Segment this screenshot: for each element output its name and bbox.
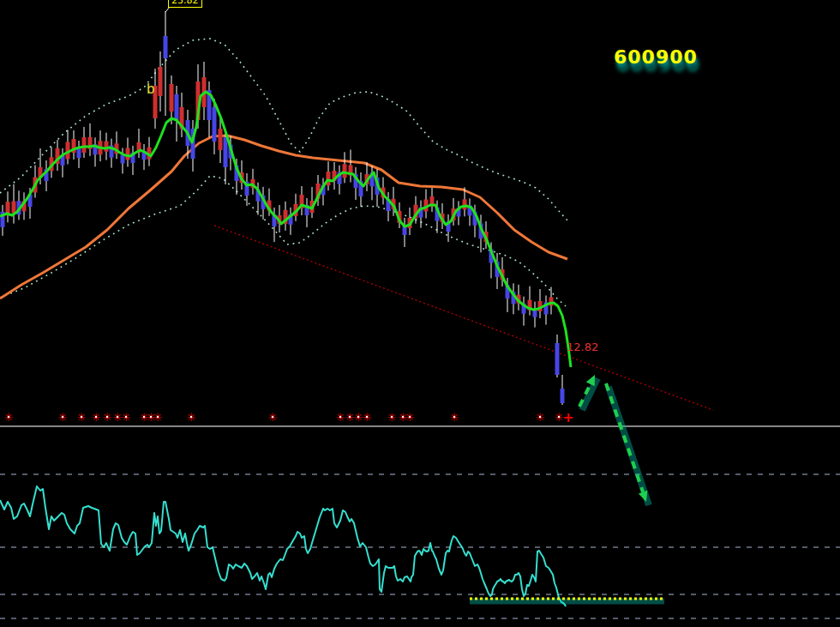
candle-up — [219, 129, 223, 150]
star-center-dot — [539, 416, 541, 418]
star-center-dot — [272, 416, 273, 418]
trendline-price-label: 12.82 — [567, 341, 598, 353]
star-center-dot — [453, 416, 455, 418]
candle-down — [224, 137, 228, 167]
candle-down — [164, 36, 168, 58]
oscillator-line — [0, 486, 566, 606]
star-center-dot — [117, 416, 118, 418]
plus-signal-icon: + — [562, 409, 573, 425]
signal-b-marker: b — [147, 81, 155, 97]
candle-up — [12, 202, 16, 214]
chart-canvas[interactable]: ✳✳✳✳✳✳✳✳✳✳✳✳✳✳✳✳✳✳✳✳✳✳+ — [0, 0, 840, 627]
band-dotted-line — [0, 39, 567, 220]
candle-down — [561, 389, 565, 403]
star-center-dot — [349, 416, 351, 418]
candle-up — [159, 67, 163, 96]
candle-up — [463, 199, 467, 209]
star-center-dot — [339, 416, 341, 418]
star-center-dot — [366, 416, 368, 418]
star-center-dot — [81, 416, 82, 418]
star-center-dot — [357, 416, 359, 418]
star-center-dot — [402, 416, 404, 418]
candle-down — [213, 107, 217, 142]
candle-up — [126, 148, 130, 160]
star-center-dot — [106, 416, 108, 418]
candles — [1, 11, 565, 405]
peak-price-flag: 23.82 — [168, 0, 202, 8]
star-center-dot — [125, 416, 127, 418]
star-center-dot — [409, 416, 411, 418]
star-center-dot — [558, 416, 560, 418]
star-center-dot — [8, 416, 9, 418]
star-center-dot — [62, 416, 63, 418]
candle-down — [175, 94, 179, 120]
star-center-dot — [143, 416, 145, 418]
symbol-code-label: 600900 — [614, 46, 698, 68]
star-center-dot — [95, 416, 97, 418]
bollinger-bands — [0, 39, 567, 306]
candle-up — [343, 164, 347, 178]
star-center-dot — [190, 416, 192, 418]
trendline — [214, 226, 713, 410]
arrow-head — [639, 491, 647, 502]
signal-markers: ✳✳✳✳✳✳✳✳✳✳✳✳✳✳✳✳✳✳✳✳✳✳+ — [4, 409, 574, 425]
arrow-head — [586, 375, 595, 386]
arrow-shaft — [606, 383, 643, 492]
trend-arrows — [579, 375, 649, 505]
star-center-dot — [150, 416, 152, 418]
candle-up — [105, 142, 109, 152]
candle-up — [170, 84, 174, 112]
star-center-dot — [391, 416, 393, 418]
candle-up — [82, 137, 87, 153]
star-center-dot — [157, 416, 159, 418]
chart-window: ✳✳✳✳✳✳✳✳✳✳✳✳✳✳✳✳✳✳✳✳✳✳+ 23.82 b 600900 1… — [0, 0, 840, 627]
oscillator-gridlines — [0, 474, 840, 618]
candle-down — [555, 343, 560, 375]
